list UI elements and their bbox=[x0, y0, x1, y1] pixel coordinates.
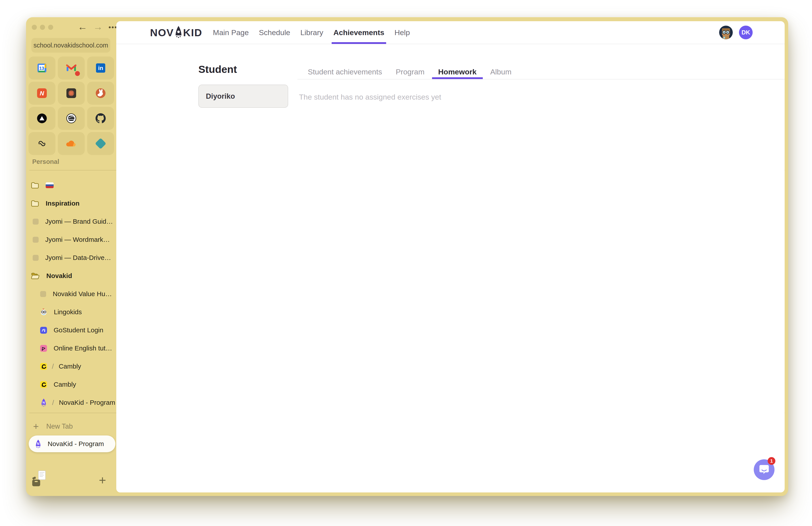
student-name: Diyoriko bbox=[206, 92, 235, 100]
tab-program[interactable]: Program bbox=[396, 65, 424, 79]
bookmark-label: NovaKid - Program bbox=[59, 399, 115, 406]
bookmark-label: Online English tut… bbox=[54, 344, 112, 352]
bookmark-label: Jyomi — Data-Drive… bbox=[45, 254, 111, 261]
folder-open-icon bbox=[31, 272, 40, 279]
archived-tabs-button[interactable] bbox=[32, 470, 48, 488]
web-content: NOV KID Main Page Schedule Library Achie… bbox=[116, 21, 785, 493]
logo-text-left: NOV bbox=[150, 27, 174, 39]
back-icon[interactable]: ← bbox=[78, 21, 87, 32]
bookmark-label: Cambly bbox=[54, 381, 76, 388]
close-window-button[interactable] bbox=[32, 25, 37, 30]
student-avatar[interactable] bbox=[719, 26, 733, 39]
url-text: school.novakidschool.com bbox=[33, 42, 108, 49]
novakid-rocket-icon: N bbox=[34, 439, 42, 448]
folder-icon bbox=[31, 200, 39, 207]
active-tab-novakid-program[interactable]: N NovaKid - Program bbox=[29, 436, 115, 452]
nav-help[interactable]: Help bbox=[394, 21, 410, 44]
new-space-plus-icon[interactable]: + bbox=[99, 473, 106, 487]
folder-icon bbox=[31, 182, 39, 189]
nav-schedule[interactable]: Schedule bbox=[259, 21, 290, 44]
svg-text:N: N bbox=[40, 90, 44, 97]
placeholder-favicon bbox=[33, 237, 39, 243]
split-view-separator: / bbox=[52, 362, 54, 371]
bookmark-label: Novakid Value Hu… bbox=[53, 290, 112, 298]
starburst-icon bbox=[67, 88, 76, 98]
active-tab-label: NovaKid - Program bbox=[48, 440, 104, 447]
google-calendar-icon: 13 bbox=[37, 63, 47, 73]
user-initials: DK bbox=[742, 29, 750, 36]
logo-text-right: KID bbox=[183, 27, 202, 39]
app-tile-squarespace[interactable] bbox=[28, 132, 55, 155]
svg-text:13: 13 bbox=[39, 66, 44, 71]
cambly-icon bbox=[40, 381, 47, 388]
bookmark-label: Jyomi — Wordmark… bbox=[45, 236, 110, 243]
placeholder-favicon bbox=[33, 218, 39, 225]
empty-state-message: The student has no assigned exercises ye… bbox=[299, 93, 441, 101]
cambly-icon bbox=[40, 363, 47, 370]
robot-avatar-icon bbox=[719, 26, 733, 39]
app-tile-train[interactable] bbox=[58, 107, 85, 130]
tabs-divider bbox=[298, 79, 785, 80]
app-tile-vercel[interactable] bbox=[28, 107, 55, 130]
rabbit-icon bbox=[96, 88, 106, 98]
svg-text:in: in bbox=[98, 65, 103, 71]
bookmark-label: Lingokids bbox=[54, 308, 82, 316]
placeholder-favicon bbox=[40, 291, 46, 297]
app-tile-diamond[interactable] bbox=[87, 132, 114, 155]
app-tile-google-calendar[interactable]: 13 bbox=[28, 57, 55, 80]
lingokids-icon bbox=[40, 308, 47, 316]
url-bar[interactable]: school.novakidschool.com bbox=[31, 38, 110, 53]
zoom-window-button[interactable] bbox=[48, 25, 53, 30]
bookmark-label: Inspiration bbox=[46, 200, 79, 207]
github-icon bbox=[96, 113, 106, 124]
bookmark-label: Jyomi — Brand Guid… bbox=[45, 218, 113, 225]
browser-nav-buttons: ← → ••• bbox=[78, 21, 118, 32]
preply-icon bbox=[40, 345, 47, 352]
gmail-icon bbox=[66, 64, 76, 72]
tab-homework[interactable]: Homework bbox=[438, 65, 477, 79]
bookmark-label: GoStudent Login bbox=[54, 326, 103, 334]
archive-box-icon bbox=[32, 470, 48, 487]
gmail-notification-dot bbox=[75, 71, 80, 76]
user-avatar-dk[interactable]: DK bbox=[739, 26, 753, 39]
browser-window: ← → ••• school.novakidschool.com 13 bbox=[26, 17, 788, 496]
app-tile-github[interactable] bbox=[87, 107, 114, 130]
nav-library[interactable]: Library bbox=[300, 21, 323, 44]
svg-text:N: N bbox=[43, 401, 45, 404]
student-selector-diyoriko[interactable]: Diyoriko bbox=[198, 85, 288, 108]
squarespace-icon bbox=[37, 139, 47, 148]
chat-unread-badge: 1 bbox=[768, 457, 775, 465]
vercel-icon bbox=[37, 113, 47, 124]
svg-text:N: N bbox=[37, 442, 39, 446]
app-tile-namecheap[interactable]: N bbox=[28, 82, 55, 105]
app-tile-spark[interactable] bbox=[58, 82, 85, 105]
bookmark-label: Novakid bbox=[46, 272, 72, 280]
app-tile-cloudflare[interactable] bbox=[58, 132, 85, 155]
header-avatars: DK bbox=[719, 26, 753, 39]
tab-student-achievements[interactable]: Student achievements bbox=[308, 65, 382, 79]
app-tile-gmail[interactable] bbox=[58, 57, 85, 80]
window-traffic-lights bbox=[32, 25, 53, 30]
site-header: NOV KID Main Page Schedule Library Achie… bbox=[116, 21, 785, 44]
linkedin-icon: in bbox=[96, 63, 105, 73]
app-tile-rabbit[interactable] bbox=[87, 82, 114, 105]
novakid-logo[interactable]: NOV KID bbox=[150, 25, 202, 40]
gostudent-icon bbox=[40, 327, 47, 334]
forward-icon[interactable]: → bbox=[93, 21, 103, 32]
chat-unread-count: 1 bbox=[770, 458, 773, 464]
pinned-app-grid: 13 in N bbox=[28, 57, 114, 155]
app-tile-linkedin[interactable]: in bbox=[87, 57, 114, 80]
student-tabs: Student achievements Program Homework Al… bbox=[308, 65, 511, 79]
minimize-window-button[interactable] bbox=[40, 25, 45, 30]
nav-achievements[interactable]: Achievements bbox=[333, 21, 385, 44]
placeholder-favicon bbox=[33, 255, 39, 261]
chat-launcher-button[interactable]: 1 bbox=[754, 459, 774, 480]
chat-bubble-icon bbox=[758, 465, 770, 475]
russia-flag-icon bbox=[46, 182, 54, 188]
cloudflare-icon bbox=[66, 140, 77, 147]
tab-album[interactable]: Album bbox=[490, 65, 511, 79]
nav-main-page[interactable]: Main Page bbox=[213, 21, 249, 44]
page-title: Student bbox=[198, 63, 237, 75]
new-tab-label: New Tab bbox=[46, 423, 73, 430]
bookmark-label: Cambly bbox=[59, 362, 81, 370]
